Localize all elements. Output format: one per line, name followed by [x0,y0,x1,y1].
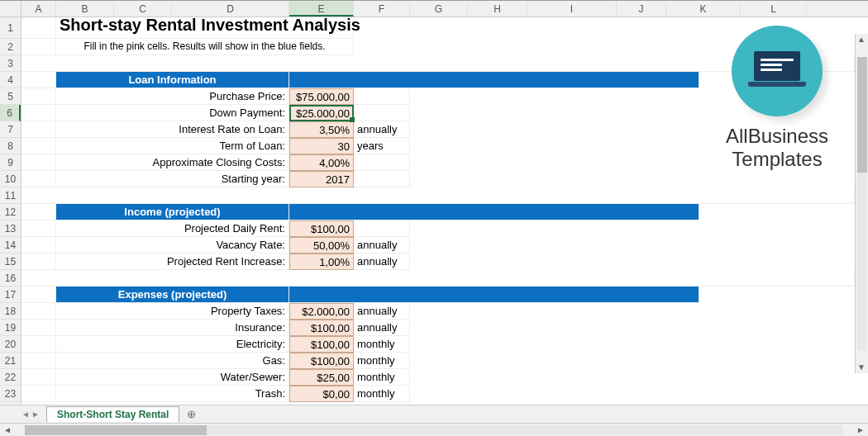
row-header-12[interactable]: 12 [0,204,21,220]
row-header-8[interactable]: 8 [0,138,21,154]
col-header-E[interactable]: E [289,1,354,17]
scroll-up-icon[interactable]: ▲ [856,34,867,45]
input-insurance[interactable]: $100,00 [289,320,354,336]
label: Projected Rent Increase: [56,254,289,270]
unit [354,154,410,171]
col-header-K[interactable]: K [666,1,741,17]
scroll-thumb-h[interactable] [25,425,207,435]
tab-next-icon[interactable]: ► [31,410,40,419]
input-purchase-price[interactable]: $75.000,00 [289,88,354,105]
label: Down Payment: [56,105,289,121]
label: Starting year: [56,171,289,187]
sheet-tab-active[interactable]: Short-Short Stay Rental [46,406,179,422]
label: Interest Rate on Loan: [56,121,289,138]
row-header-15[interactable]: 15 [0,254,21,270]
input-term[interactable]: 30 [289,138,354,154]
input-daily-rent[interactable]: $100,00 [289,220,354,237]
sheet-subtitle: Fill in the pink cells. Results will sho… [56,39,354,55]
row-header-21[interactable]: 21 [0,353,21,369]
col-header-I[interactable]: I [527,1,617,17]
scroll-right-icon[interactable]: ► [855,424,866,436]
row-headers: 1 2 3 4 5 6 7 8 9 10 11 12 13 14 15 16 1… [0,17,21,405]
column-headers: A B C D E F G H I J K L [0,1,868,17]
input-interest-rate[interactable]: 3,50% [289,121,354,138]
scroll-thumb-v[interactable] [857,57,867,173]
row-header-13[interactable]: 13 [0,220,21,237]
section-header-expenses: Expenses (projected) [56,287,289,303]
input-rent-increase[interactable]: 1,00% [289,254,354,270]
horizontal-scrollbar[interactable]: ◄ ► [0,423,868,436]
scroll-down-icon[interactable]: ▼ [856,362,867,373]
label: Trash: [56,386,289,402]
col-header-A[interactable]: A [21,1,56,17]
input-vacancy-rate[interactable]: 50,00% [289,237,354,254]
row-header-5[interactable]: 5 [0,88,21,105]
label: Term of Loan: [56,138,289,154]
row-header-9[interactable]: 9 [0,154,21,171]
col-header-D[interactable]: D [172,1,289,17]
input-electricity[interactable]: $100,00 [289,336,354,353]
input-closing-costs[interactable]: 4,00% [289,154,354,171]
input-down-payment[interactable]: $25.000,00 [289,105,354,121]
sheet-tabs: ◄ ► Short-Short Stay Rental ⊕ [0,405,868,423]
input-trash[interactable]: $0,00 [289,386,354,402]
row-header-7[interactable]: 7 [0,121,21,138]
unit [354,105,410,121]
row-header-3[interactable]: 3 [0,55,21,72]
row-header-14[interactable]: 14 [0,237,21,254]
row-header-17[interactable]: 17 [0,287,21,303]
label: Electricity: [56,336,289,353]
input-property-taxes[interactable]: $2.000,00 [289,303,354,320]
col-header-G[interactable]: G [410,1,468,17]
unit: monthly [354,369,410,386]
row-header-4[interactable]: 4 [0,72,21,88]
scroll-left-icon[interactable]: ◄ [2,424,13,436]
label: Water/Sewer: [56,369,289,386]
col-header-F[interactable]: F [354,1,410,17]
row-header-11[interactable]: 11 [0,187,21,204]
row-header-2[interactable]: 2 [0,39,21,55]
branding-logo: AllBusiness Templates [703,26,851,170]
input-water-sewer[interactable]: $25,00 [289,369,354,386]
vertical-scrollbar[interactable]: ▲ ▼ [855,34,868,373]
unit: annually [354,237,410,254]
unit: monthly [354,386,410,402]
tab-prev-icon[interactable]: ◄ [21,410,30,419]
row-header-1[interactable]: 1 [0,17,21,39]
label: Vacancy Rate: [56,237,289,254]
col-header-J[interactable]: J [617,1,666,17]
input-starting-year[interactable]: 2017 [289,171,354,187]
col-header-H[interactable]: H [468,1,527,17]
unit [354,220,410,237]
unit: annually [354,121,410,138]
col-header-L[interactable]: L [741,1,807,17]
row-header-23[interactable]: 23 [0,386,21,402]
select-all-corner[interactable] [0,1,21,17]
row-header-18[interactable]: 18 [0,303,21,320]
unit: annually [354,320,410,336]
section-bar [289,72,699,88]
unit: annually [354,303,410,320]
row-header-20[interactable]: 20 [0,336,21,353]
unit [354,171,410,187]
grid[interactable]: Short-stay Rental Investment Analysis Fi… [21,17,868,405]
unit: monthly [354,336,410,353]
unit: monthly [354,353,410,369]
row-header-19[interactable]: 19 [0,320,21,336]
section-header-income: Income (projected) [56,204,289,220]
col-header-B[interactable]: B [56,1,114,17]
col-header-C[interactable]: C [114,1,172,17]
label: Purchase Price: [56,88,289,105]
section-header-loan: Loan Information [56,72,289,88]
section-bar [289,204,699,220]
row-header-6[interactable]: 6 [0,105,21,121]
row-header-22[interactable]: 22 [0,369,21,386]
row-header-10[interactable]: 10 [0,171,21,187]
label: Gas: [56,353,289,369]
input-gas[interactable]: $100,00 [289,353,354,369]
add-sheet-icon[interactable]: ⊕ [183,408,199,421]
brand-line1: AllBusiness [703,125,851,148]
label: Property Taxes: [56,303,289,320]
row-header-16[interactable]: 16 [0,270,21,287]
unit: annually [354,254,410,270]
